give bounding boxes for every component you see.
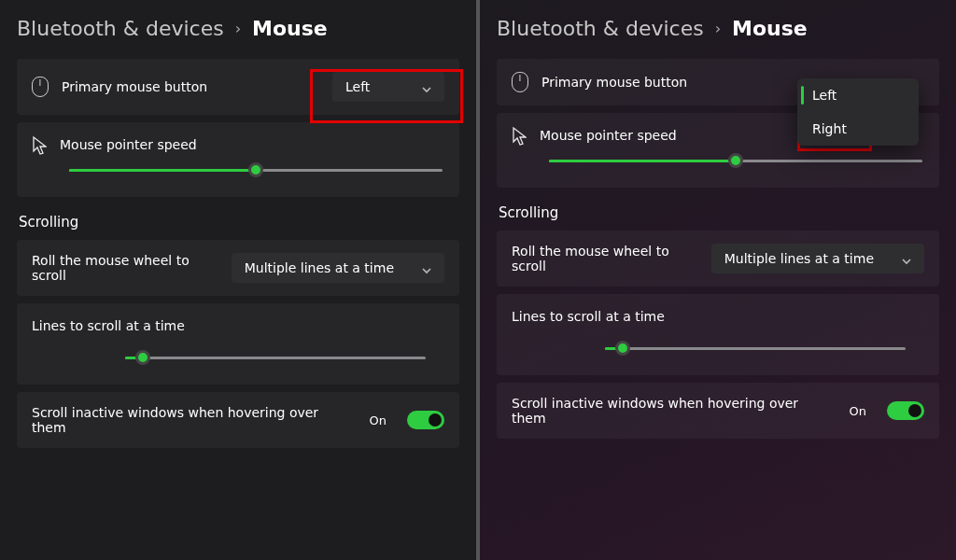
breadcrumb: Bluetooth & devices › Mouse: [17, 17, 459, 40]
roll-wheel-card: Roll the mouse wheel to scroll Multiple …: [497, 231, 939, 287]
settings-panel-open: Bluetooth & devices › Mouse Primary mous…: [480, 0, 956, 560]
roll-wheel-dropdown[interactable]: Multiple lines at a time: [711, 244, 924, 273]
primary-button-dropdown[interactable]: Left: [332, 72, 444, 102]
primary-button-option-left[interactable]: Left: [797, 78, 919, 112]
chevron-right-icon: ›: [235, 20, 241, 37]
chevron-down-icon: [902, 254, 911, 263]
pointer-speed-slider[interactable]: [69, 161, 443, 178]
cursor-icon: [32, 135, 47, 154]
scrolling-heading: Scrolling: [19, 214, 459, 231]
pointer-speed-label: Mouse pointer speed: [60, 137, 444, 152]
chevron-down-icon: [422, 82, 431, 91]
breadcrumb-current: Mouse: [732, 17, 808, 40]
inactive-windows-value: On: [850, 404, 866, 418]
lines-scroll-card: Lines to scroll at a time: [497, 294, 939, 375]
mouse-icon: [512, 72, 528, 92]
roll-wheel-label: Roll the mouse wheel to scroll: [32, 253, 218, 283]
lines-scroll-card: Lines to scroll at a time: [17, 303, 459, 385]
breadcrumb-parent[interactable]: Bluetooth & devices: [17, 17, 224, 40]
inactive-windows-toggle[interactable]: [887, 401, 924, 420]
roll-wheel-label: Roll the mouse wheel to scroll: [512, 244, 698, 273]
breadcrumb: Bluetooth & devices › Mouse: [497, 17, 939, 40]
roll-wheel-value: Multiple lines at a time: [245, 260, 394, 275]
lines-scroll-label: Lines to scroll at a time: [32, 318, 185, 333]
lines-scroll-slider[interactable]: [125, 349, 426, 366]
roll-wheel-value: Multiple lines at a time: [724, 251, 874, 266]
cursor-icon: [512, 126, 527, 145]
inactive-windows-value: On: [370, 413, 387, 427]
breadcrumb-parent[interactable]: Bluetooth & devices: [497, 17, 704, 40]
breadcrumb-current: Mouse: [252, 17, 328, 40]
inactive-windows-label: Scroll inactive windows when hovering ov…: [32, 405, 357, 435]
lines-scroll-slider[interactable]: [605, 340, 906, 357]
primary-button-card: Primary mouse button Left: [17, 59, 459, 115]
inactive-windows-label: Scroll inactive windows when hovering ov…: [512, 396, 836, 426]
mouse-icon: [32, 77, 49, 97]
chevron-down-icon: [422, 263, 431, 273]
primary-button-menu: Left Right: [797, 78, 919, 146]
settings-panel-closed: Bluetooth & devices › Mouse Primary mous…: [0, 0, 476, 560]
primary-button-label: Primary mouse button: [62, 79, 319, 94]
pointer-speed-slider[interactable]: [549, 152, 922, 169]
inactive-windows-card: Scroll inactive windows when hovering ov…: [497, 383, 939, 439]
inactive-windows-card: Scroll inactive windows when hovering ov…: [17, 392, 459, 448]
roll-wheel-card: Roll the mouse wheel to scroll Multiple …: [17, 240, 459, 296]
pointer-speed-card: Mouse pointer speed: [17, 122, 459, 197]
lines-scroll-label: Lines to scroll at a time: [512, 309, 665, 324]
scrolling-heading: Scrolling: [499, 204, 939, 221]
roll-wheel-dropdown[interactable]: Multiple lines at a time: [232, 253, 444, 283]
primary-button-option-right[interactable]: Right: [797, 112, 919, 146]
chevron-right-icon: ›: [715, 20, 721, 37]
inactive-windows-toggle[interactable]: [407, 411, 444, 429]
primary-button-value: Left: [345, 79, 370, 94]
primary-button-label: Primary mouse button: [541, 75, 799, 90]
